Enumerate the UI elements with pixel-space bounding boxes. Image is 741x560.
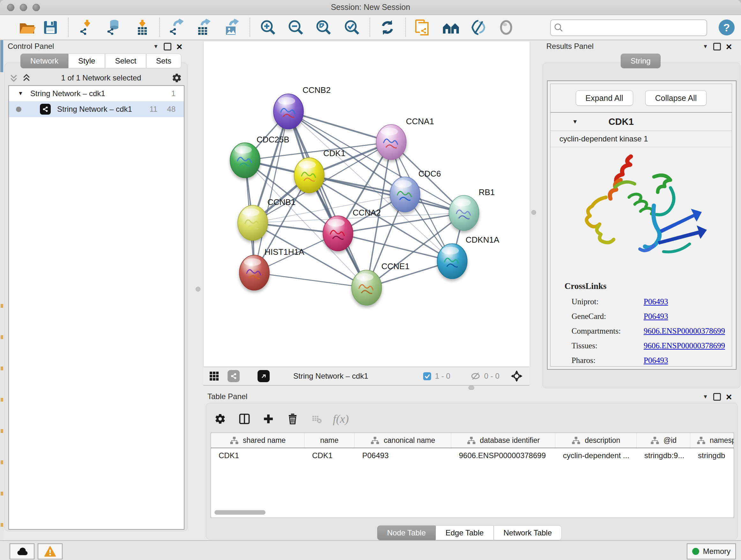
node-CCNA2[interactable]: CCNA2 [323,208,381,251]
network-icon-gray[interactable] [227,367,240,385]
table-row[interactable]: CDK1CDK1P064939606.ENSP00000378699cyclin… [211,448,734,463]
crosslink-link[interactable]: P06493 [644,356,668,365]
gear-icon[interactable] [172,73,182,83]
panel-menu-icon[interactable]: ▼ [703,394,708,400]
expand-all-button[interactable]: Expand All [576,90,633,106]
panel-float-icon[interactable] [713,43,721,51]
entry-expander-icon[interactable]: ▼ [572,118,578,125]
network-label: String Network – cdk1 [57,105,132,114]
cell-@id[interactable]: stringdb:9... [636,451,690,460]
node-CCNB2[interactable]: CCNB2 [273,85,331,129]
node-CCNA1[interactable]: CCNA1 [376,117,434,160]
zoom-fit-icon[interactable] [314,18,333,37]
panel-close-icon[interactable]: × [177,44,183,50]
function-builder-icon[interactable]: f(x) [332,410,350,428]
expand-all-icon[interactable] [22,74,30,82]
tab-node-table[interactable]: Node Table [377,525,435,540]
save-session-icon[interactable] [41,18,60,37]
entry-header[interactable]: ▼ CDK1 [550,113,732,131]
panel-float-icon[interactable] [164,43,172,51]
panel-menu-icon[interactable]: ▼ [153,44,158,50]
network-collection-row[interactable]: ▼ String Network – cdk1 1 [9,86,184,101]
network-row[interactable]: String Network – cdk1 11 48 [9,101,184,117]
tab-string[interactable]: String [621,54,661,68]
export-image-icon[interactable] [222,18,240,37]
cell-database-identifier[interactable]: 9606.ENSP00000378699 [451,451,555,460]
tab-sets[interactable]: Sets [146,54,181,68]
column-header-database-identifier[interactable]: database identifier [451,433,555,448]
tab-edge-table[interactable]: Edge Table [435,525,494,540]
create-column-icon[interactable] [259,410,277,428]
edge-CCNB2-CCNA1[interactable] [288,111,391,142]
node-RB1[interactable]: RB1 [449,187,495,231]
cloud-button[interactable] [10,543,35,559]
collection-expander-icon[interactable]: ▼ [18,90,23,97]
new-network-from-selection-icon[interactable] [413,18,431,37]
column-header-@id[interactable]: @id [636,433,690,448]
table-horizontal-scrollbar[interactable] [214,510,266,515]
import-network-file-icon[interactable] [77,18,95,37]
node-CCNE1[interactable]: CCNE1 [352,261,409,305]
cell-canonical-name[interactable]: P06493 [354,451,451,460]
search-input[interactable] [567,21,706,35]
crosslink-link[interactable]: P06493 [644,297,668,306]
export-network-icon[interactable] [166,18,185,37]
edge-HIST1H1A-CCNE1[interactable] [254,273,367,288]
birds-eye-icon[interactable] [510,367,523,385]
column-header-name[interactable]: name [305,433,354,448]
tab-network[interactable]: Network [20,54,68,68]
bottom-splitter-handle[interactable] [468,386,474,390]
show-columns-icon[interactable] [235,410,253,428]
panel-menu-icon[interactable]: ▼ [703,44,708,50]
node-HIST1H1A[interactable]: HIST1H1A [239,247,305,290]
crosslink-link[interactable]: P06493 [644,312,668,321]
collapse-all-icon[interactable] [10,74,18,82]
panel-close-icon[interactable]: × [726,44,732,50]
right-splitter-handle[interactable] [531,210,536,215]
column-type-icon [696,436,706,445]
column-header-shared-name[interactable]: shared name [211,433,305,448]
cell-description[interactable]: cyclin-dependent ... [555,451,636,460]
node-table[interactable]: shared namenamecanonical namedatabase id… [211,433,734,518]
node-CCNB1[interactable]: CCNB1 [238,197,295,240]
show-graphics-icon[interactable] [497,18,515,37]
panel-close-icon[interactable]: × [726,394,732,400]
cell-shared-name[interactable]: CDK1 [211,451,305,460]
help-button[interactable]: ? [719,19,735,36]
panel-float-icon[interactable] [713,393,721,401]
hide-graphics-icon[interactable] [469,18,488,37]
memory-button[interactable]: Memory [687,543,736,559]
cell-namespace[interactable]: stringdb [690,451,734,460]
delete-table-icon[interactable] [308,410,326,428]
network-node-count: 11 [149,105,157,114]
delete-column-icon[interactable] [284,410,301,428]
import-network-database-icon[interactable] [104,18,123,37]
tab-network-table[interactable]: Network Table [494,525,562,540]
collapse-all-button[interactable]: Collapse All [645,90,707,106]
zoom-selected-icon[interactable] [343,18,361,37]
column-header-canonical-name[interactable]: canonical name [354,433,451,448]
tab-select[interactable]: Select [105,54,146,68]
network-canvas[interactable]: CCNB2CCNA1CDC25BCDK1CDC6RB1CCNB1CCNA2CDK… [203,42,530,367]
refresh-icon[interactable] [378,18,397,37]
toolbar-separator [369,17,370,37]
table-gear-icon[interactable] [211,410,229,428]
edge-CCNB2-CCNE1[interactable] [288,111,367,288]
crosslink-link[interactable]: 9606.ENSP00000378699 [644,327,725,335]
column-header-description[interactable]: description [555,433,636,448]
export-table-icon[interactable] [194,18,212,37]
cell-name[interactable]: CDK1 [305,451,354,460]
grid-view-icon[interactable] [209,367,219,385]
zoom-in-icon[interactable] [259,18,277,37]
node-CDKN1A[interactable]: CDKN1A [437,235,499,279]
detach-view-icon[interactable] [258,367,270,385]
tab-style[interactable]: Style [68,54,105,68]
crosslink-link[interactable]: 9606.ENSP00000378699 [644,341,725,350]
open-session-icon[interactable] [17,18,36,37]
left-splitter-handle[interactable] [196,287,200,292]
houses-icon[interactable] [442,18,460,37]
column-header-namespace[interactable]: namespace [690,433,734,448]
zoom-out-icon[interactable] [286,18,305,37]
warnings-button[interactable] [38,543,63,559]
import-table-icon[interactable] [133,18,151,37]
